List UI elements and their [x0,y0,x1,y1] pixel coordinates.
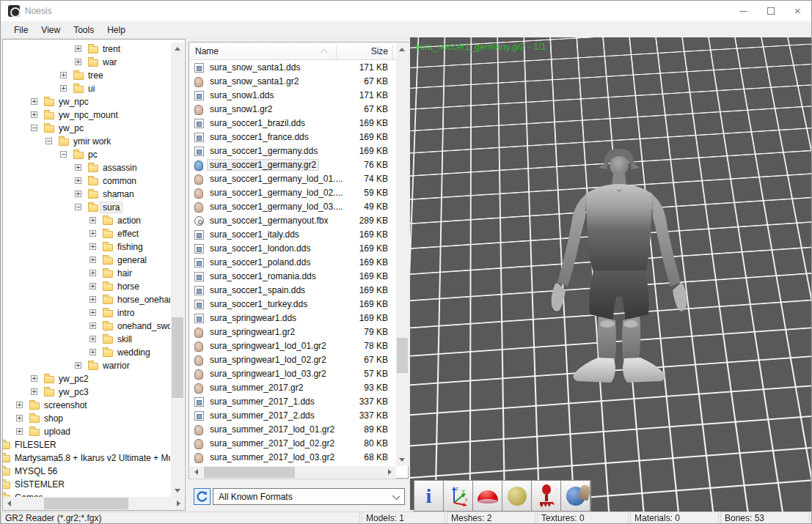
tree-item-label[interactable]: general [115,255,149,265]
file-vertical-scrollbar[interactable] [396,43,409,466]
maximize-button[interactable] [757,1,785,21]
tree-item-label[interactable]: screenshot [42,400,89,410]
scroll-down-icon[interactable] [175,489,180,492]
expand-icon[interactable]: + [89,270,96,276]
expand-icon[interactable]: + [75,191,81,197]
tree-item-label[interactable]: FILESLER [12,440,59,450]
file-name[interactable]: sura_summer_2017_lod_02.gr2 [208,438,337,449]
file-row[interactable]: sura_springwear1_lod_03.gr257 KB [190,367,396,381]
menu-view[interactable]: View [34,22,67,38]
tree-item-label[interactable]: wedding [115,347,153,358]
toolbar-button-red-dome[interactable] [473,481,502,511]
expand-icon[interactable]: + [89,230,96,237]
tree-item-yw-npc-mount[interactable]: +yw_npc_mount [3,108,170,122]
file-row[interactable]: sura_summer_2017.gr293 KB [190,381,396,395]
toolbar-button-skeleton[interactable] [532,481,561,511]
tree-item-yw-pc[interactable]: −yw_pc [3,122,170,135]
file-name[interactable]: sura_springwear1.gr2 [208,327,297,337]
toolbar-button-yellow-sphere[interactable] [502,481,532,511]
column-header-name[interactable]: Name [195,46,219,56]
tree-item-shaman[interactable]: +shaman [3,188,170,201]
file-row[interactable]: sura_soccer1_poland.dds169 KB [190,256,396,270]
expand-icon[interactable]: + [31,388,37,395]
file-name[interactable]: sura_snow_santa1.gr2 [208,76,301,86]
tree-item-games[interactable]: Games [3,491,170,497]
toolbar-button-axes[interactable]: zyx [444,481,473,511]
file-name[interactable]: sura_soccer1_poland.dds [208,257,312,267]
menu-file[interactable]: File [7,22,34,38]
collapse-icon[interactable]: − [45,138,52,144]
tree-item-warrior[interactable]: +warrior [3,359,170,372]
tree-item-upload[interactable]: +upload [3,425,170,438]
tree-item-label[interactable]: effect [115,229,141,239]
tree-item-si-stemler[interactable]: SİSTEMLER [3,478,170,491]
file-name[interactable]: sura_soccer1_germany.gr2 [208,160,318,170]
menu-help[interactable]: Help [100,22,132,38]
file-row[interactable]: sura_summer_2017_lod_03.gr268 KB [190,451,396,465]
tree-vscroll-thumb[interactable] [172,317,183,398]
expand-icon[interactable]: + [89,257,96,263]
tree-item-label[interactable]: yw_pc [56,123,86,133]
file-name[interactable]: sura_soccer1_italy.dds [208,229,301,240]
tree-item-label[interactable]: tree [86,70,106,81]
tree-item-label[interactable]: MYSQL 56 [12,466,59,476]
file-row[interactable]: sura_soccer1_brazil.dds169 KB [190,117,396,130]
file-name[interactable]: sura_springwear1_lod_02.gr2 [208,355,329,365]
expand-icon[interactable]: + [16,415,23,421]
tree-item-label[interactable]: onehand_sword [115,321,170,331]
file-row[interactable]: sura_snow1.dds171 KB [190,89,396,103]
tree-item-label[interactable]: yw_pc3 [56,387,91,397]
file-name[interactable]: sura_soccer1_germany_lod_03.... [208,202,345,212]
file-name[interactable]: sura_soccer1_germanyout.fbx [208,215,330,226]
tree-item-trent[interactable]: +trent [3,43,170,56]
tree-item-ui[interactable]: +ui [3,82,170,95]
expand-icon[interactable]: + [16,402,23,408]
tree-item-shop[interactable]: +shop [3,412,170,425]
expand-icon[interactable]: + [89,283,96,289]
tree-item-tree[interactable]: +tree [3,69,170,82]
tree-vertical-scrollbar[interactable] [171,43,184,497]
file-row[interactable]: sura_snow_santa1.dds171 KB [190,61,396,75]
file-name[interactable]: sura_summer_2017_1.dds [208,396,317,407]
file-row[interactable]: sura_snow1.gr267 KB [190,103,396,117]
file-row[interactable]: sura_soccer1_italy.dds169 KB [190,228,396,242]
tree-item-label[interactable]: pc [86,150,100,160]
file-horizontal-scrollbar[interactable] [190,466,396,479]
file-row[interactable]: sura_summer_2017_lod_02.gr280 KB [190,437,396,451]
tree-item-label[interactable]: hair [115,268,134,278]
file-row[interactable]: sura_soccer1_romania.dds169 KB [190,270,396,284]
file-name[interactable]: sura_springwear1.dds [208,313,299,323]
collapse-icon[interactable]: − [60,151,67,158]
expand-icon[interactable]: + [60,85,67,92]
expand-icon[interactable]: + [75,177,81,184]
toolbar-button-material-sphere[interactable] [561,481,590,511]
tree-item-label[interactable]: common [100,176,139,186]
collapse-icon[interactable]: − [31,125,37,131]
tree-item-assassin[interactable]: +assassin [3,161,170,174]
file-name[interactable]: sura_summer_2017_2.dds [208,410,317,421]
tree-item-martysama5-8-ikarus-v2-ultimate-mul[interactable]: Martysama5.8 + Ikarus v2 Ultimate + Mul [3,451,170,465]
file-name[interactable]: sura_soccer1_france.dds [208,132,311,142]
tree-item-label[interactable]: fishing [115,242,145,252]
tree-item-label[interactable]: shaman [100,189,136,199]
expand-icon[interactable]: + [31,111,37,118]
file-name[interactable]: sura_soccer1_germany.dds [208,146,320,156]
tree-item-label[interactable]: skill [115,334,134,344]
file-row[interactable]: sura_soccer1_spain.dds169 KB [190,284,396,298]
file-name[interactable]: sura_springwear1_lod_01.gr2 [208,341,329,351]
tree-item-label[interactable]: war [100,57,119,67]
column-header-size[interactable]: Size [337,46,392,56]
expand-icon[interactable]: + [31,375,37,382]
tree-item-label[interactable]: ymir work [71,136,113,147]
3d-viewport[interactable]: sura_soccer1_germany.gr2 - 1/1 izyx [410,37,812,512]
expand-icon[interactable]: + [89,217,96,224]
tree-item-label[interactable]: horse [115,281,142,292]
file-name[interactable]: sura_soccer1_germany_lod_02.... [208,188,345,198]
file-name[interactable]: sura_soccer1_germany_lod_01.... [208,174,345,184]
expand-icon[interactable]: + [60,72,67,78]
format-filter-dropdown[interactable]: All Known Formats [213,488,405,505]
tree-item-intro[interactable]: +intro [3,306,170,320]
file-name[interactable]: sura_soccer1_london.dds [208,243,312,254]
file-row[interactable]: sura_summer_2017_lod_01.gr289 KB [190,423,396,437]
tree-item-label[interactable]: SİSTEMLER [12,479,67,490]
